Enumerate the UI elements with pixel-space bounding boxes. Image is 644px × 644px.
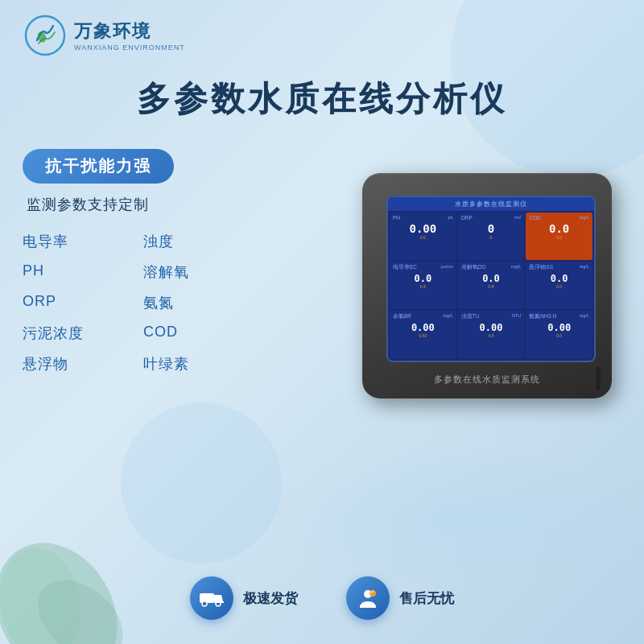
device-container: 水质多参数在线监测仪 PH ph 0.00 0.0 ORP mV 0 0 COD… <box>354 157 620 423</box>
device-cable <box>596 366 601 390</box>
svg-marker-6 <box>214 595 223 601</box>
bottom-feature-service: 售后无忧 <box>346 576 454 620</box>
feature-item: 溶解氧 <box>143 259 256 285</box>
main-title: 多参数水质在线分析仪 <box>0 76 644 122</box>
brand-name-en: WANXIANG ENVIRONMENT <box>74 43 185 52</box>
screen-grid: PH ph 0.00 0.0 ORP mV 0 0 COD mg/L 0.0 0… <box>388 211 594 360</box>
feature-item: 氨氮 <box>143 290 256 316</box>
feature-item: 污泥浓度 <box>23 320 135 346</box>
feature-item: 叶绿素 <box>143 351 256 377</box>
brand-name-cn: 万象环境 <box>74 19 185 43</box>
truck-icon-circle <box>190 576 233 620</box>
logo-icon <box>24 14 66 56</box>
feature-item: 浊度 <box>143 229 256 254</box>
feature-item: ORP <box>23 290 135 316</box>
screen-cell-do: 溶解氧DO mg/L 0.0 0.8 <box>458 262 525 309</box>
screen-cell-ss: 悬浮物SS mg/L 0.0 0.0 <box>526 262 592 309</box>
left-panel: 抗干扰能力强 监测参数支持定制 电导率 浊度 PH 溶解氧 ORP 氨氮 污泥浓… <box>23 149 256 377</box>
device-body: 水质多参数在线监测仪 PH ph 0.00 0.0 ORP mV 0 0 COD… <box>362 173 612 398</box>
custom-text: 监测参数支持定制 <box>27 195 256 214</box>
service-label: 售后无忧 <box>399 589 454 608</box>
feature-item: 电导率 <box>23 229 135 254</box>
truck-icon <box>199 588 225 608</box>
feature-item: 悬浮物 <box>23 351 135 377</box>
person-icon-circle <box>346 576 390 620</box>
screen-title: 水质多参数在线监测仪 <box>388 197 594 211</box>
bottom-panel: 极速发货 售后无忧 <box>0 576 644 620</box>
features-grid: 电导率 浊度 PH 溶解氧 ORP 氨氮 污泥浓度 COD 悬浮物 叶绿素 <box>23 229 256 377</box>
person-icon <box>357 587 379 609</box>
screen-cell-orp: ORP mV 0 0 <box>458 213 525 260</box>
feature-item: PH <box>23 259 135 285</box>
bottom-feature-delivery: 极速发货 <box>190 576 298 620</box>
highlight-badge: 抗干扰能力强 <box>23 149 174 184</box>
device-screen: 水质多参数在线监测仪 PH ph 0.00 0.0 ORP mV 0 0 COD… <box>386 196 596 362</box>
device-label: 多参数在线水质监测系统 <box>362 374 612 386</box>
screen-cell-cod: COD mg/L 0.0 0.0 <box>526 213 592 260</box>
delivery-label: 极速发货 <box>243 589 298 608</box>
screen-cell-nh3: 氨氮NH3-N mg/L 0.00 0.0 <box>526 311 592 358</box>
svg-rect-9 <box>214 601 224 603</box>
screen-cell-ec: 电导率EC μu/cm 0.0 0.4 <box>390 262 456 309</box>
screen-cell-ph: PH ph 0.00 0.0 <box>390 213 456 260</box>
svg-point-7 <box>202 601 207 606</box>
screen-cell-br: 余氯BR mg/L 0.00 0.50 <box>390 311 456 358</box>
header: 万象环境 WANXIANG ENVIRONMENT <box>24 14 185 56</box>
screen-cell-tu: 浊度TU NTU 0.00 4.8 <box>458 311 525 358</box>
feature-item: COD <box>143 320 256 346</box>
svg-rect-5 <box>200 593 214 603</box>
logo-text: 万象环境 WANXIANG ENVIRONMENT <box>74 19 185 52</box>
